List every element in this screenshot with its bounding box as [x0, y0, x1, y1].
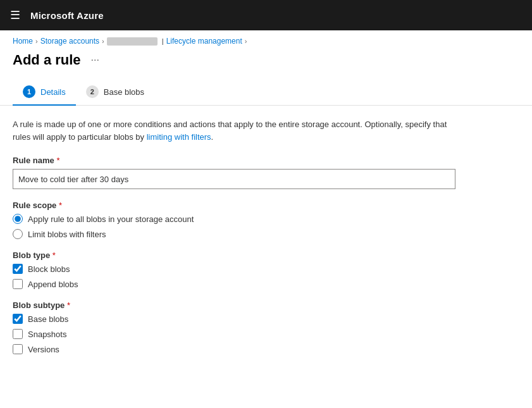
breadcrumb-sep-1: › — [35, 37, 38, 45]
checkbox-block-label: Block blobs — [28, 264, 70, 274]
blob-subtype-required: * — [67, 300, 70, 310]
blob-type-label: Blob type * — [13, 250, 519, 260]
checkbox-append-blobs[interactable]: Append blobs — [13, 279, 519, 289]
checkbox-base-label: Base blobs — [28, 314, 68, 324]
breadcrumb-account-name[interactable] — [107, 37, 158, 46]
checkbox-snapshots-label: Snapshots — [28, 330, 66, 339]
radio-all-label: Apply rule to all blobs in your storage … — [28, 214, 194, 224]
breadcrumb-storage-accounts[interactable]: Storage accounts — [40, 37, 99, 46]
description-link[interactable]: limiting with filters — [147, 132, 211, 142]
radio-all-blobs[interactable]: Apply rule to all blobs in your storage … — [13, 214, 519, 224]
checkbox-block-blobs[interactable]: Block blobs — [13, 264, 519, 274]
checkbox-append-label: Append blobs — [28, 280, 78, 289]
tab-details-label: Details — [40, 87, 66, 97]
rule-name-group: Rule name * — [13, 156, 519, 189]
checkbox-versions[interactable]: Versions — [13, 344, 519, 354]
tab-base-blobs[interactable]: 2 Base blobs — [76, 79, 154, 106]
checkbox-snapshots[interactable]: Snapshots — [13, 329, 519, 339]
tabs-container: 1 Details 2 Base blobs — [0, 78, 532, 106]
radio-limit-blobs[interactable]: Limit blobs with filters — [13, 229, 519, 239]
checkbox-versions-label: Versions — [28, 345, 59, 354]
ellipsis-button[interactable]: ··· — [87, 53, 103, 67]
main-content: A rule is made up of one or more conditi… — [0, 118, 532, 378]
radio-limit-label: Limit blobs with filters — [28, 230, 106, 239]
blob-subtype-group: Blob subtype * Base blobs Snapshots Vers… — [13, 300, 519, 354]
tab-base-blobs-label: Base blobs — [104, 87, 144, 97]
tab-base-blobs-number: 2 — [86, 85, 99, 98]
breadcrumb: Home › Storage accounts › | Lifecycle ma… — [0, 30, 532, 49]
rule-name-required: * — [56, 156, 59, 165]
rule-scope-group: Rule scope * Apply rule to all blobs in … — [13, 201, 519, 239]
checkbox-snapshots-input[interactable] — [13, 329, 23, 339]
rule-name-input[interactable] — [13, 169, 455, 189]
breadcrumb-sep-2: › — [102, 37, 104, 45]
rule-scope-label: Rule scope * — [13, 201, 519, 210]
app-title: Microsoft Azure — [30, 10, 104, 21]
top-nav-bar: ☰ Microsoft Azure — [0, 0, 532, 30]
tab-details[interactable]: 1 Details — [13, 79, 76, 106]
breadcrumb-home[interactable]: Home — [13, 37, 33, 46]
page-header: Add a rule ··· — [0, 49, 532, 78]
radio-limit-input[interactable] — [13, 229, 23, 239]
checkbox-versions-input[interactable] — [13, 344, 23, 354]
breadcrumb-sep-3: › — [245, 37, 247, 45]
description-text-before: A rule is made up of one or more conditi… — [13, 120, 447, 142]
description-text: A rule is made up of one or more conditi… — [13, 118, 455, 143]
blob-subtype-label: Blob subtype * — [13, 300, 519, 310]
checkbox-block-input[interactable] — [13, 264, 23, 274]
blob-type-checkboxes: Block blobs Append blobs — [13, 264, 519, 289]
page-title: Add a rule — [13, 52, 81, 68]
breadcrumb-sep-pipe: | — [160, 37, 164, 45]
radio-group: Apply rule to all blobs in your storage … — [13, 214, 519, 239]
rule-scope-required: * — [59, 201, 62, 210]
radio-all-input[interactable] — [13, 214, 23, 224]
hamburger-icon[interactable]: ☰ — [10, 8, 20, 22]
blob-subtype-checkboxes: Base blobs Snapshots Versions — [13, 314, 519, 354]
breadcrumb-lifecycle[interactable]: Lifecycle management — [166, 37, 242, 46]
checkbox-append-input[interactable] — [13, 279, 23, 289]
description-text-after: . — [211, 132, 214, 142]
rule-name-label: Rule name * — [13, 156, 519, 165]
blob-type-required: * — [53, 250, 56, 260]
blob-type-group: Blob type * Block blobs Append blobs — [13, 250, 519, 289]
tab-details-number: 1 — [23, 85, 35, 98]
checkbox-base-blobs[interactable]: Base blobs — [13, 314, 519, 324]
checkbox-base-input[interactable] — [13, 314, 23, 324]
